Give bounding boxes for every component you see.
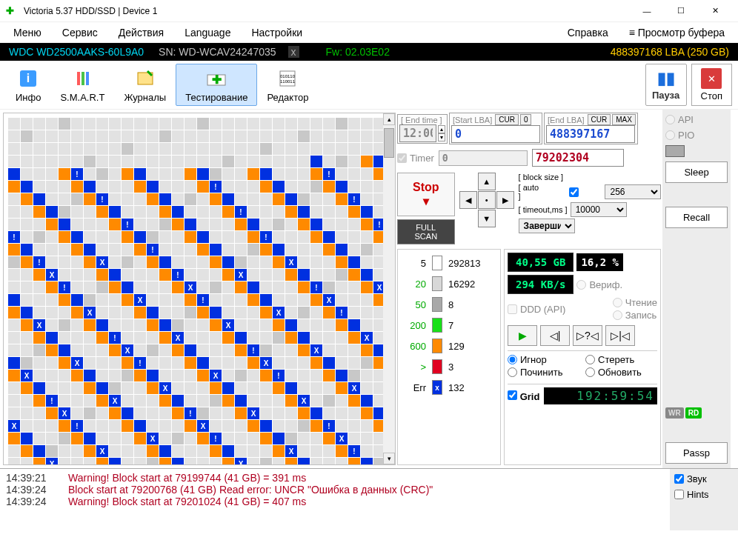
write-radio[interactable]: Запись (613, 310, 657, 321)
maximize-button[interactable]: ☐ (664, 0, 698, 22)
time-down-icon[interactable]: ▾ (438, 133, 445, 141)
grid-checkbox[interactable]: Grid (508, 390, 539, 402)
terr-value: 132 (448, 382, 465, 393)
end-cur-button[interactable]: CUR (588, 114, 611, 125)
start-lba-input[interactable] (451, 125, 540, 143)
start-cur-button[interactable]: CUR (495, 114, 519, 125)
tab-smart[interactable]: S.M.A.R.T (50, 64, 114, 106)
timeout-select[interactable]: 10000 (571, 202, 627, 217)
step-back-button[interactable]: ◁| (540, 325, 570, 346)
tab-journals[interactable]: Журналы (114, 64, 176, 106)
tab-testing[interactable]: ✚ Тестирование (176, 64, 257, 106)
t5-value: 292813 (448, 258, 480, 269)
erase-radio[interactable]: Стереть (585, 354, 657, 365)
timer-label: Timer (410, 153, 434, 164)
menu-settings[interactable]: Настройки (241, 24, 313, 41)
elapsed-time: 192:59:54 (544, 387, 657, 404)
ddd-checkbox[interactable]: DDD (API) (508, 304, 565, 315)
svg-text:010110: 010110 (280, 74, 296, 79)
svg-rect-4 (86, 72, 89, 85)
t200-value: 7 (448, 320, 453, 331)
api-radio[interactable]: API (665, 114, 728, 125)
stop-label: Стоп (701, 90, 722, 101)
t20-color (432, 276, 442, 291)
device-close-icon[interactable]: x (288, 46, 299, 58)
timer-checkbox[interactable]: Timer (397, 153, 434, 164)
toolbar: i Инфо S.M.A.R.T Журналы ✚ Тестирование … (0, 61, 738, 110)
log-msg: Warning! Block start at 79199744 (41 GB)… (68, 472, 306, 484)
nav-left-icon[interactable]: ◀ (459, 191, 477, 209)
block-size-select[interactable]: 256 (605, 184, 661, 199)
scroll-up-icon[interactable]: ▴ (383, 113, 395, 125)
ignore-radio[interactable]: Игнор (508, 354, 579, 365)
passp-button[interactable]: Passp (665, 442, 728, 464)
update-radio[interactable]: Обновить (585, 367, 657, 378)
hints-checkbox[interactable]: Hints (674, 489, 734, 500)
start-lba-box: [Start LBA] CUR 0 (449, 113, 542, 144)
block-grid[interactable]: !!!!!!!!!!!!XXX!X!X!XX!XXX!XX!XXX!XX!X!X… (3, 113, 396, 465)
finish-select[interactable]: Завершить (519, 219, 575, 233)
menu-service[interactable]: Сервис (52, 24, 108, 41)
nav-right-icon[interactable]: ▶ (496, 191, 514, 209)
nav-down-icon[interactable]: ▼ (478, 210, 496, 227)
log-row: 14:39:24Warning! Block start at 79201024… (6, 496, 664, 507)
log-body[interactable]: 14:39:21Warning! Block start at 79199744… (0, 469, 670, 530)
block-size-label: [ block size ] (519, 173, 564, 181)
menu-main[interactable]: Меню (3, 24, 52, 41)
log-ts: 14:39:24 (6, 496, 59, 507)
nav-center-icon[interactable]: • (478, 191, 496, 209)
random-button[interactable]: ▷?◁ (573, 325, 602, 346)
time-up-icon[interactable]: ▴ (438, 125, 445, 133)
nav-up-icon[interactable]: ▲ (478, 173, 496, 190)
timer-value (439, 150, 528, 166)
play-button[interactable]: ▶ (508, 325, 537, 346)
svg-rect-8 (280, 71, 295, 86)
current-lba: 79202304 (532, 149, 624, 167)
window-title: Victoria 5.37 HDD/SSD | Device 1 (24, 6, 157, 16)
scan-stop-button[interactable]: Stop ▾ (397, 173, 455, 216)
menu-actions[interactable]: Действия (108, 24, 174, 41)
scroll-down-icon[interactable]: ▾ (383, 453, 395, 464)
scroll-thumb[interactable] (384, 128, 394, 158)
pause-button[interactable]: ▮▮ Пауза (645, 64, 687, 106)
t600-label: 600 (402, 341, 426, 352)
pio-radio[interactable]: PIO (665, 130, 728, 141)
start-lba-label: [Start LBA] (451, 116, 493, 124)
auto-label: [ auto ] (519, 183, 543, 201)
step-fwd-button[interactable]: ▷|◁ (605, 325, 635, 346)
end-lba-input[interactable] (546, 125, 635, 143)
svg-text:110011: 110011 (280, 79, 296, 84)
progress-pct: 16,2 % (576, 253, 623, 271)
grid-scrollbar[interactable]: ▴ ▾ (383, 113, 395, 464)
fix-radio[interactable]: Починить (508, 367, 579, 378)
t200-color (432, 318, 442, 333)
tgt-color (432, 359, 442, 374)
tab-editor[interactable]: 010110110011 Редактор (257, 64, 318, 106)
t20-label: 20 (402, 279, 426, 290)
sound-checkbox[interactable]: Звук (674, 473, 734, 484)
tab-info[interactable]: i Инфо (6, 64, 50, 106)
end-max-button[interactable]: MAX (612, 114, 636, 125)
stop-button[interactable]: ✕ Стоп (691, 64, 732, 106)
rd-indicator: RD (685, 407, 702, 419)
auto-checkbox[interactable] (546, 187, 602, 197)
t50-label: 50 (402, 299, 426, 310)
read-radio[interactable]: Чтение (613, 297, 657, 308)
menu-buffer-view[interactable]: ≡ Просмотр буфера (619, 24, 735, 41)
sleep-button[interactable]: Sleep (665, 161, 728, 183)
progress-gb: 40,55 GB (508, 253, 574, 272)
start-zero-button[interactable]: 0 (520, 114, 532, 125)
end-time-input[interactable] (399, 124, 436, 142)
full-scan-button[interactable]: FULL SCAN (397, 219, 455, 244)
recall-button[interactable]: Recall (665, 207, 728, 228)
log-msg: Warning! Block start at 79201024 (41 GB)… (68, 496, 306, 507)
end-time-box: [ End time ] ▴ ▾ (397, 114, 448, 144)
close-button[interactable]: ✕ (698, 0, 732, 22)
verify-radio[interactable]: Вериф. (576, 279, 622, 290)
wr-indicator: WR (665, 407, 684, 419)
minimize-button[interactable]: — (630, 0, 664, 22)
menu-language[interactable]: Language (174, 24, 241, 41)
tab-info-label: Инфо (16, 92, 41, 103)
device-serial: SN: WD-WCAV24247035 (151, 46, 283, 58)
menu-help[interactable]: Справка (557, 24, 619, 41)
